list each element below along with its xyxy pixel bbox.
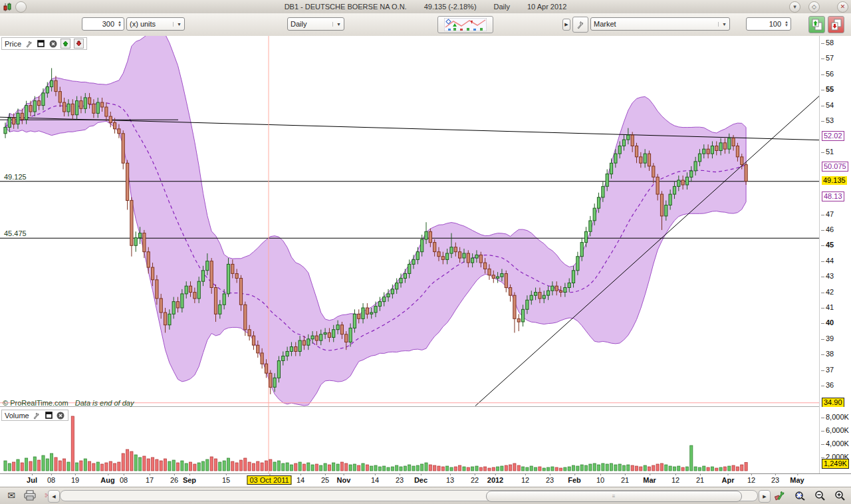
collapse-panel-button[interactable]: ▶ (562, 19, 570, 31)
units-count-value: 300 (102, 20, 114, 28)
x-axis-tick: 17 (146, 476, 154, 484)
volume-bar (622, 465, 625, 471)
zoom-fit-icon[interactable] (792, 489, 807, 502)
restore-button[interactable]: ◇ (808, 1, 820, 13)
y-axis-tick: 37 (826, 366, 834, 374)
candle (143, 233, 146, 252)
candle (711, 146, 713, 154)
volume-bar (214, 459, 217, 471)
volume-marker: 1,249K (822, 459, 849, 469)
zoom-settings-wrench-icon[interactable] (773, 489, 787, 502)
candle (728, 138, 731, 149)
quantity-spinner[interactable]: 100 ▲▼ (746, 17, 791, 31)
candle (139, 233, 142, 238)
candle (214, 288, 217, 315)
spinner-arrows-icon[interactable]: ▲▼ (118, 21, 122, 27)
x-axis-tick: Mar (643, 476, 656, 484)
volume-bar (517, 465, 520, 471)
volume-bar (416, 465, 419, 471)
volume-axis-tick: 4,000K (826, 440, 849, 447)
window-icon[interactable] (45, 411, 53, 420)
volume-bar (358, 465, 360, 471)
volume-bar (715, 468, 718, 471)
chart-scrollbar[interactable]: ≡ (60, 490, 758, 501)
chart-style-button[interactable] (437, 16, 493, 33)
volume-bar (745, 463, 747, 471)
spinner-arrows-icon[interactable]: ▲▼ (785, 21, 789, 27)
y-axis-tick: 51 (826, 148, 834, 156)
candle (265, 364, 267, 373)
candle (244, 305, 247, 330)
move-panel-down-icon[interactable] (74, 39, 84, 49)
volume-bar (437, 466, 440, 471)
scrollbar-thumb[interactable]: ≡ (486, 491, 742, 502)
x-axis-tick: May (790, 476, 804, 484)
candle (463, 253, 465, 258)
close-icon[interactable] (57, 411, 65, 420)
price-plot[interactable] (0, 36, 819, 407)
volume-bar (669, 466, 671, 471)
volume-bar (261, 463, 263, 471)
email-chart-icon[interactable]: ✉ (4, 489, 19, 502)
candle (303, 340, 305, 345)
sell-order-button[interactable] (828, 16, 844, 33)
y-axis-tick: 45 (826, 241, 834, 249)
zoom-out-icon[interactable] (812, 489, 827, 502)
candle (576, 257, 579, 271)
wrench-icon[interactable] (25, 39, 33, 48)
volume-bar (404, 466, 406, 471)
x-axis-tick: Nov (337, 476, 351, 484)
units-count-spinner[interactable]: 300 ▲▼ (82, 17, 124, 31)
order-settings-wrench-button[interactable] (572, 17, 588, 33)
scroll-right-button[interactable]: ▶ (759, 490, 771, 503)
volume-bar (429, 465, 431, 471)
candle (656, 177, 659, 194)
volume-bar (387, 467, 390, 471)
candle (193, 293, 196, 299)
volume-bar (627, 465, 630, 471)
window-icon[interactable] (37, 39, 45, 48)
volume-bar (152, 457, 154, 471)
print-icon[interactable] (23, 489, 37, 502)
order-type-dropdown[interactable]: Market▼ (590, 17, 730, 31)
candle (282, 356, 285, 361)
volume-panel[interactable]: Volume (0, 407, 819, 473)
zoom-in-icon[interactable] (832, 489, 847, 502)
volume-bar (459, 465, 461, 471)
mini-chart-icon (444, 18, 487, 31)
x-axis-tick: Aug (100, 476, 114, 484)
buy-order-button[interactable] (808, 16, 825, 33)
move-panel-up-icon[interactable] (61, 39, 70, 49)
candle (4, 127, 7, 133)
volume-axis: 8,000K6,000K4,000K2,000K1,249K (819, 407, 851, 473)
volume-bar (728, 466, 731, 471)
candle (635, 146, 638, 157)
wrench-icon[interactable] (33, 411, 41, 420)
price-chart-panel[interactable]: Price 49.12545.475 © ProRealTime.comData… (0, 36, 819, 407)
volume-plot[interactable] (0, 407, 819, 473)
volume-bar (122, 453, 124, 471)
y-axis-tick: 56 (826, 70, 834, 78)
close-window-button[interactable]: ✕ (837, 1, 848, 13)
scroll-left-button[interactable]: ◀ (48, 490, 60, 503)
candle (723, 143, 726, 149)
volume-bar (21, 463, 23, 471)
candle (568, 283, 570, 288)
x-axis-tick: 23 (771, 476, 779, 484)
minimize-button[interactable]: ▾ (789, 1, 800, 13)
close-icon[interactable] (49, 39, 57, 48)
candle (25, 106, 28, 120)
timeframe-dropdown[interactable]: Daily▼ (287, 17, 344, 31)
units-type-dropdown[interactable]: (x) units▼ (126, 17, 185, 31)
candle (560, 291, 562, 292)
volume-bar (210, 457, 213, 471)
x-axis-tick: 25 (321, 476, 329, 484)
candle (349, 328, 352, 342)
y-axis-tick: 55 (826, 85, 834, 93)
volume-bar (412, 466, 415, 471)
volume-bar (535, 467, 537, 471)
volume-bar (488, 468, 491, 471)
volume-bar (383, 466, 386, 471)
volume-bar (631, 465, 634, 471)
candle (421, 239, 424, 252)
